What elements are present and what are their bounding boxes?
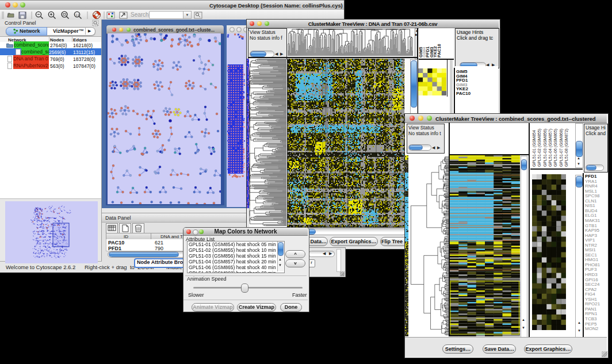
svg-text:1:1: 1:1 [76,14,80,17]
